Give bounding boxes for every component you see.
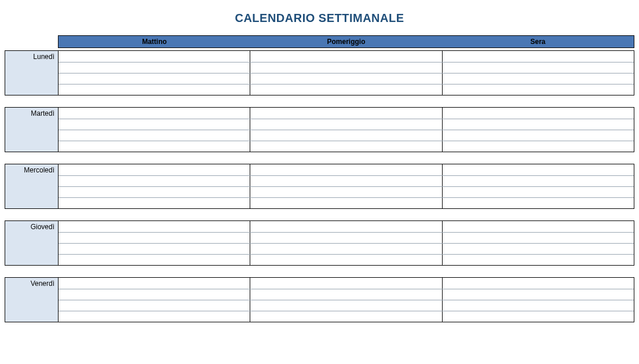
- day-row: [59, 221, 634, 232]
- day-cell[interactable]: [250, 300, 441, 311]
- day-cell[interactable]: [250, 141, 441, 152]
- day-cell[interactable]: [250, 187, 441, 197]
- day-row: [59, 51, 634, 62]
- day-row: [59, 232, 634, 243]
- day-cell[interactable]: [59, 108, 250, 119]
- day-cell[interactable]: [250, 233, 441, 243]
- day-cell[interactable]: [59, 289, 250, 300]
- day-cell[interactable]: [59, 51, 250, 62]
- column-headers: Mattino Pomeriggio Sera: [58, 35, 634, 48]
- day-row: [59, 243, 634, 254]
- day-cell[interactable]: [250, 311, 441, 322]
- day-cell[interactable]: [250, 255, 441, 265]
- day-cell[interactable]: [442, 255, 634, 265]
- column-header-afternoon: Pomeriggio: [250, 36, 442, 47]
- day-row: [59, 197, 634, 208]
- day-block: Giovedì: [5, 220, 634, 266]
- day-cell[interactable]: [59, 176, 250, 186]
- day-cell[interactable]: [442, 176, 634, 186]
- day-cell[interactable]: [442, 73, 634, 84]
- day-cell[interactable]: [442, 221, 634, 232]
- day-cell[interactable]: [250, 176, 441, 186]
- day-row: [59, 164, 634, 175]
- column-header-row: Mattino Pomeriggio Sera: [5, 35, 634, 48]
- day-row: [59, 311, 634, 322]
- day-label: Mercoledì: [5, 164, 58, 209]
- header-spacer: [5, 35, 58, 48]
- day-row: [59, 119, 634, 130]
- day-cell[interactable]: [442, 164, 634, 175]
- column-header-morning: Mattino: [59, 36, 250, 47]
- day-cell[interactable]: [59, 119, 250, 130]
- day-cell[interactable]: [250, 198, 441, 208]
- day-cell[interactable]: [59, 141, 250, 152]
- day-cell[interactable]: [59, 84, 250, 95]
- day-cell[interactable]: [59, 278, 250, 289]
- day-block: Venerdì: [5, 277, 634, 322]
- day-cell[interactable]: [442, 278, 634, 289]
- day-cell[interactable]: [59, 62, 250, 73]
- day-cell[interactable]: [59, 300, 250, 311]
- day-cell[interactable]: [442, 119, 634, 130]
- day-row: [59, 108, 634, 119]
- day-cell[interactable]: [442, 233, 634, 243]
- day-cell[interactable]: [250, 244, 441, 254]
- day-cell[interactable]: [442, 198, 634, 208]
- day-cell[interactable]: [59, 164, 250, 175]
- day-label: Martedì: [5, 107, 58, 152]
- day-row: [59, 62, 634, 73]
- page-title: CALENDARIO SETTIMANALE: [5, 12, 634, 25]
- day-cell[interactable]: [442, 244, 634, 254]
- day-grid: [58, 50, 634, 95]
- day-cell[interactable]: [59, 244, 250, 254]
- day-row: [59, 130, 634, 141]
- day-block: Martedì: [5, 107, 634, 152]
- day-label: Lunedì: [5, 50, 58, 95]
- day-cell[interactable]: [59, 311, 250, 322]
- day-cell[interactable]: [442, 62, 634, 73]
- day-block: Mercoledì: [5, 164, 634, 209]
- day-cell[interactable]: [250, 221, 441, 232]
- day-row: [59, 186, 634, 197]
- day-cell[interactable]: [442, 141, 634, 152]
- day-cell[interactable]: [250, 62, 441, 73]
- day-cell[interactable]: [59, 130, 250, 141]
- day-cell[interactable]: [250, 130, 441, 141]
- column-header-evening: Sera: [442, 36, 634, 47]
- day-grid: [58, 164, 634, 209]
- day-cell[interactable]: [59, 233, 250, 243]
- day-row: [59, 84, 634, 95]
- day-cell[interactable]: [250, 119, 441, 130]
- day-cell[interactable]: [250, 278, 441, 289]
- day-cell[interactable]: [442, 84, 634, 95]
- day-cell[interactable]: [442, 300, 634, 311]
- day-block: Lunedì: [5, 50, 634, 95]
- day-cell[interactable]: [59, 255, 250, 265]
- day-cell[interactable]: [250, 51, 441, 62]
- day-cell[interactable]: [250, 164, 441, 175]
- day-cell[interactable]: [250, 108, 441, 119]
- day-row: [59, 278, 634, 289]
- day-cell[interactable]: [250, 73, 441, 84]
- day-row: [59, 300, 634, 311]
- day-cell[interactable]: [250, 84, 441, 95]
- day-row: [59, 289, 634, 300]
- day-cell[interactable]: [59, 198, 250, 208]
- day-cell[interactable]: [442, 130, 634, 141]
- day-cell[interactable]: [442, 51, 634, 62]
- day-cell[interactable]: [59, 73, 250, 84]
- day-cell[interactable]: [442, 187, 634, 197]
- day-row: [59, 141, 634, 152]
- day-cell[interactable]: [442, 289, 634, 300]
- day-cell[interactable]: [442, 108, 634, 119]
- day-label: Giovedì: [5, 220, 58, 266]
- day-cell[interactable]: [59, 221, 250, 232]
- day-cell[interactable]: [250, 289, 441, 300]
- day-label: Venerdì: [5, 277, 58, 322]
- day-grid: [58, 107, 634, 152]
- day-cell[interactable]: [442, 311, 634, 322]
- day-cell[interactable]: [59, 187, 250, 197]
- day-row: [59, 254, 634, 265]
- day-grid: [58, 220, 634, 266]
- day-grid: [58, 277, 634, 322]
